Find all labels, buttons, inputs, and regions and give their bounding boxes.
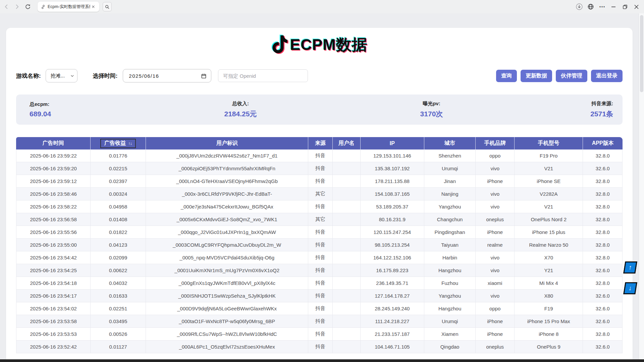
cell-source: 抖音 [308, 251, 332, 264]
cell-ip: 127.164.178.27 [361, 290, 424, 302]
restore-icon[interactable] [619, 0, 631, 13]
calendar-icon[interactable] [201, 73, 207, 79]
cell-ad-time: 2025-06-16 23:54:02 [16, 302, 91, 315]
openid-input[interactable] [218, 69, 308, 82]
cell-source: 抖音 [308, 239, 332, 251]
cell-ip: 164.122.152.106 [361, 251, 424, 264]
cell-user-id: _000D9V9dqfjN6A5LoGeeBWwrGlaxehWKx [146, 302, 309, 315]
cell-ad-time: 2025-06-16 23:55:56 [16, 226, 91, 239]
stat-total-revenue: 总收入: 2184.25元 [168, 101, 313, 119]
forward-icon[interactable] [13, 2, 21, 11]
cell-phone-model: iPhone SE [515, 175, 583, 188]
reload-icon[interactable] [23, 2, 32, 11]
cell-username [333, 277, 361, 290]
cell-user-id: _0009RfLCSu7WpS--hWZL8VlwW10bfkHdC [146, 328, 309, 341]
cell-phone-brand: realme [476, 239, 515, 251]
arrow-down-icon: ↓ [628, 285, 633, 292]
cell-ad-time: 2025-06-16 23:59:12 [16, 175, 91, 188]
cell-app-version: 32.8.0 [583, 213, 623, 226]
back-icon[interactable] [2, 2, 11, 11]
table-row: 2025-06-16 23:53:53 0.00526 _0009RfLCSu7… [16, 328, 623, 341]
arrow-up-icon: ↑ [628, 264, 633, 271]
col-app-version: APP版本 [583, 137, 623, 149]
cell-ad-revenue: 0.02397 [91, 175, 146, 188]
query-button[interactable]: 查询 [496, 70, 517, 82]
stat-label: 总ecpm: [30, 101, 168, 108]
table-row: 2025-06-16 23:52:42 0.01127 _000AL6Pc1_O… [16, 341, 623, 353]
tab-title: Ecpm-实时数据管理系统 [48, 4, 90, 10]
table-row: 2025-06-16 23:59:22 0.01776 _000jJ8VUm2d… [16, 149, 623, 162]
cell-user-id: _0005x6CKxMdvvGiEJ-So8QmZ_xvo_7WK1 [146, 213, 309, 226]
cell-ip: 80.16.231.9 [361, 213, 424, 226]
cell-app-version: 32.8.0 [583, 277, 623, 290]
cell-user-id: _0005_npq-MVD5VCPdal4SduXib5jq-O6g [146, 251, 309, 264]
revenue-sort-button[interactable]: 广告收益 ↑↓ [100, 139, 136, 148]
search-icon[interactable] [103, 2, 112, 11]
table-row: 2025-06-16 23:55:00 0.04123 _0003COMLgC9… [16, 239, 623, 251]
date-input[interactable]: 2025/06/16 [123, 69, 211, 82]
logout-button[interactable]: 退出登录 [591, 70, 623, 82]
cell-phone-brand: vivo [476, 290, 515, 302]
cell-ad-revenue: 0.00526 [91, 328, 146, 341]
download-icon[interactable] [574, 0, 585, 13]
browser-tab[interactable]: Ecpm-实时数据管理系统 [38, 2, 99, 12]
tab-close-icon[interactable] [90, 4, 96, 10]
cell-ad-time: 2025-06-16 23:59:22 [16, 149, 91, 162]
refresh-data-button[interactable]: 更新数据 [521, 70, 552, 82]
app-title: ECPM数据 [290, 35, 368, 55]
stat-value: 2571条 [550, 109, 613, 119]
cell-username [333, 239, 361, 251]
globe-icon[interactable] [585, 0, 596, 13]
cell-phone-brand: oneplus [476, 341, 515, 353]
cell-city: Harbin [424, 251, 476, 264]
menu-ellipsis-icon[interactable]: ⋯ [596, 0, 608, 13]
scroll-to-bottom-button[interactable]: ↓ [623, 282, 637, 294]
cell-ad-time: 2025-06-16 23:56:58 [16, 213, 91, 226]
cell-user-id: _0003COMLgC9RYFQhpmaJCuvDbuyDL2m_W [146, 239, 309, 251]
cell-phone-model: V2282A [515, 188, 583, 200]
cell-phone-model: Y21 [515, 264, 583, 277]
main-card: ECPM数据 游戏名称: 抢滩... 选择时间: 2025/06/16 查询 [6, 28, 633, 362]
page-background: ECPM数据 游戏名称: 抢滩... 选择时间: 2025/06/16 查询 [0, 13, 639, 362]
game-select[interactable]: 抢滩... [46, 69, 77, 82]
cell-app-version: 32.6.0 [583, 264, 623, 277]
window-close-icon[interactable] [631, 0, 642, 13]
cell-source: 抖音 [308, 341, 332, 353]
cell-username [333, 264, 361, 277]
cell-user-id: _000taO1F-WxNc8TP-w5q06fy0Mrsg_6BP [146, 315, 309, 328]
cell-phone-model: V21 [515, 200, 583, 213]
stat-value: 2184.25元 [168, 109, 313, 119]
page-scrollbar[interactable] [639, 13, 644, 362]
scrollbar-thumb[interactable] [640, 15, 643, 92]
app-logo: ECPM数据 [6, 28, 633, 57]
cell-phone-brand: vivo [476, 162, 515, 175]
scroll-to-top-button[interactable]: ↑ [623, 261, 637, 274]
cell-app-version: 32.8.0 [583, 239, 623, 251]
cell-ad-revenue: 0.02251 [91, 302, 146, 315]
chevron-down-icon [70, 74, 74, 78]
col-user-id: 用户标识 [146, 137, 309, 149]
cell-city: Xiamen [424, 328, 476, 341]
partner-manage-button[interactable]: 伙伴管理 [556, 70, 587, 82]
cell-username [333, 175, 361, 188]
cell-app-version: 32.6.0 [583, 341, 623, 353]
cell-ad-time: 2025-06-16 23:54:17 [16, 290, 91, 302]
minimize-icon[interactable] [608, 0, 619, 13]
game-select-value: 抢滩... [51, 73, 65, 79]
cell-app-version: 32.6.0 [583, 302, 623, 315]
game-name-label: 游戏名称: [16, 72, 41, 80]
table-header-row: 广告时间 广告收益 ↑↓ 用户标识 来源 用户名 IP 城市 手机品牌 手机型号… [16, 137, 623, 149]
cell-app-version: 32.8.0 [583, 200, 623, 213]
cell-ad-time: 2025-06-16 23:55:00 [16, 239, 91, 251]
cell-city: Hangzhou [424, 302, 476, 315]
cell-city: Fuzhou [424, 277, 476, 290]
table-row: 2025-06-16 23:56:58 0.01408 _0005x6CKxMd… [16, 213, 623, 226]
stat-value: 689.04 [30, 110, 168, 118]
cell-phone-brand: vivo [476, 264, 515, 277]
col-username: 用户名 [333, 137, 361, 149]
cell-ad-revenue: 0.02099 [91, 251, 146, 264]
col-city: 城市 [424, 137, 476, 149]
cell-ip: 154.108.37.165 [361, 188, 424, 200]
col-ad-time: 广告时间 [16, 137, 91, 149]
cell-username [333, 162, 361, 175]
